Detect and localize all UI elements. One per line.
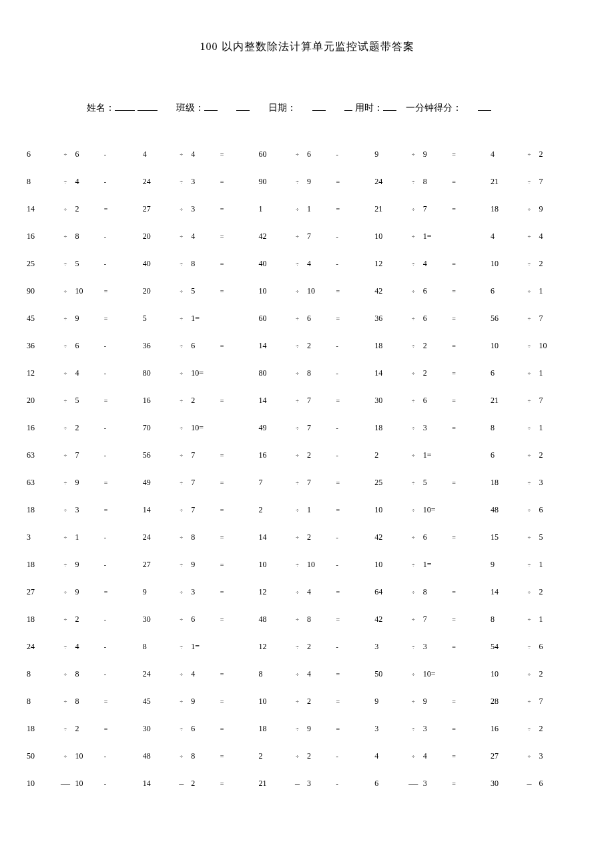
operand-b: 6 [191,606,220,633]
operand-b: 2 [539,715,567,743]
spacer [355,305,374,332]
equals: = [220,578,240,606]
equals: = [220,168,240,195]
operand-b: 8 [423,578,452,606]
equals: - [336,442,355,469]
operator: ÷ [404,661,423,688]
operand-b: 8 [75,661,103,688]
operand-b: 1 [307,496,336,524]
operator: ÷ [55,223,75,250]
operator: ÷ [172,551,191,578]
operator: ÷ [172,305,191,332]
operand-b: 2 [423,332,452,360]
equals: = [452,688,471,715]
operator: ÷ [172,387,191,414]
class-blank-2[interactable] [236,101,250,111]
equals: - [336,633,355,661]
operand-a: 36 [143,332,172,360]
operator: ÷ [520,551,539,578]
operator: ÷ [288,688,307,715]
operand-a: 10 [27,770,55,797]
equals: = [220,250,240,278]
operand-a: 48 [491,496,519,524]
operator: ÷ [520,496,539,524]
operand-b: 4 [191,141,220,168]
time-prefix-blank[interactable] [344,101,352,111]
operand-a: 21 [491,168,519,195]
date-blank[interactable] [312,101,326,111]
operand-a: 28 [491,688,519,715]
operand-a: 18 [27,606,55,633]
spacer [240,715,259,743]
operand-a: 6 [491,360,519,387]
equals: = [220,496,240,524]
spacer [471,305,491,332]
equals [220,414,240,442]
equals [568,743,587,770]
page-title: 100 以内整数除法计算单元监控试题带答案 [27,40,587,54]
equals: - [104,250,123,278]
operand-b: 2 [191,387,220,414]
operand-a: 18 [27,496,55,524]
operator: ÷ [288,715,307,743]
operator: ÷ [288,250,307,278]
operand-a: 3 [27,524,55,551]
operand-a: 50 [27,743,55,770]
spacer [471,551,491,578]
equals [568,524,587,551]
operator: ÷ [172,360,191,387]
operator: ÷ [288,469,307,496]
operator: ÷ [288,661,307,688]
spacer [240,442,259,469]
operand-a: 8 [491,414,519,442]
operand-a: 10 [491,661,519,688]
operand-a: 14 [259,524,288,551]
operator: ÷ [55,414,75,442]
operand-b: 2 [307,524,336,551]
score-blank[interactable] [478,101,491,111]
spacer [355,442,374,469]
operand-b: 3 [191,195,220,223]
table-row: 18÷2=30÷6=18÷9=3÷3=16÷2 [27,715,587,743]
operand-b: 6 [423,305,452,332]
spacer [123,168,143,195]
equals [452,661,471,688]
operator: ÷ [172,633,191,661]
equals [568,141,587,168]
spacer [471,278,491,305]
time-blank[interactable] [383,101,396,111]
name-blank-2[interactable] [137,101,158,111]
spacer [355,469,374,496]
equals: - [104,770,123,797]
operator: ÷ [172,168,191,195]
operator: ÷ [520,578,539,606]
operator: ÷ [404,278,423,305]
equals: - [336,743,355,770]
operator: ÷ [55,524,75,551]
equals [568,195,587,223]
operand-b: 2 [307,442,336,469]
operator: ÷ [172,442,191,469]
spacer [471,770,491,797]
equals [568,606,587,633]
operator: ÷ [288,743,307,770]
operand-a: 30 [143,715,172,743]
spacer [123,195,143,223]
operand-b: 5 [75,250,103,278]
operand-a: 18 [491,469,519,496]
spacer [240,469,259,496]
name-blank[interactable] [115,101,135,111]
operand-b: 7 [539,305,567,332]
info-row: 姓名： 班级： 日期： 用时： 一分钟得分： [27,101,587,114]
operator: ÷ [288,387,307,414]
operand-b: 2 [307,633,336,661]
operator: ÷ [172,688,191,715]
operator: ÷ [55,551,75,578]
class-blank[interactable] [204,101,218,111]
table-row: 14÷2=27÷3=1÷1=21÷7=18÷9 [27,195,587,223]
operator: ÷ [288,360,307,387]
spacer [123,469,143,496]
operand-a: 36 [374,305,403,332]
operator: ÷ [520,141,539,168]
operand-a: 10 [259,551,288,578]
